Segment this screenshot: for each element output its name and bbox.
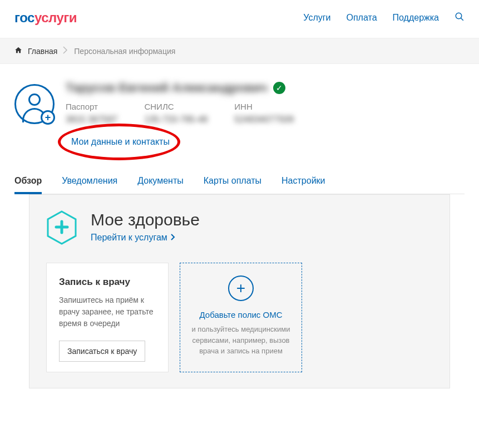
my-data-contacts-link[interactable]: Мои данные и контакты: [68, 135, 173, 149]
passport-value: 3815 367587: [66, 115, 117, 125]
profile-section: + Тарусов Евгений Александрович ✓ Паспор…: [0, 64, 479, 169]
snils-value: 135-733-785-48: [144, 115, 208, 125]
main-nav: Услуги Оплата Поддержка: [303, 12, 465, 24]
add-avatar-icon: +: [41, 110, 55, 125]
health-services-link[interactable]: Перейти к услугам: [91, 233, 175, 243]
user-name: Тарусов Евгений Александрович: [66, 81, 268, 95]
nav-payment[interactable]: Оплата: [346, 13, 377, 23]
avatar[interactable]: +: [14, 84, 55, 164]
snils-block: СНИЛС 135-733-785-48: [144, 102, 208, 125]
search-icon[interactable]: [455, 12, 465, 24]
plus-circle-icon: +: [228, 275, 254, 301]
header: госуслуги Услуги Оплата Поддержка: [0, 0, 479, 38]
tab-notifications[interactable]: Уведомления: [62, 169, 117, 194]
breadcrumb-home[interactable]: Главная: [28, 47, 57, 56]
passport-block: Паспорт 3815 367587: [66, 102, 117, 125]
add-oms-card[interactable]: + Добавьте полис ОМС и пользуйтесь медиц…: [180, 263, 302, 372]
inn-value: 524834077509: [234, 115, 294, 125]
tab-payment-cards[interactable]: Карты оплаты: [204, 169, 261, 194]
verified-icon: ✓: [273, 82, 285, 94]
nav-services[interactable]: Услуги: [303, 13, 330, 23]
inn-label: ИНН: [234, 102, 294, 111]
snils-label: СНИЛС: [144, 102, 208, 111]
svg-line-1: [461, 18, 463, 21]
nav-support[interactable]: Поддержка: [393, 13, 439, 23]
doctor-card-title: Запись к врачу: [59, 277, 156, 288]
health-title: Мое здоровье: [91, 210, 200, 229]
breadcrumb: Главная Персональная информация: [0, 38, 479, 64]
doctor-appointment-card: Запись к врачу Запишитесь на приём к вра…: [46, 263, 169, 372]
inn-block: ИНН 524834077509: [234, 102, 294, 125]
add-oms-text: и пользуйтесь медицинскими сервисами, на…: [190, 324, 292, 357]
chevron-right-icon: [171, 233, 175, 243]
breadcrumb-separator-icon: [63, 45, 68, 57]
doctor-card-text: Запишитесь на приём к врачу заранее, не …: [59, 294, 156, 329]
health-icon: [46, 210, 77, 247]
content-area: Мое здоровье Перейти к услугам Запись к …: [29, 194, 450, 388]
home-icon: [14, 46, 22, 56]
svg-point-0: [456, 13, 462, 19]
tab-documents[interactable]: Документы: [137, 169, 183, 194]
passport-label: Паспорт: [66, 102, 117, 111]
logo[interactable]: госуслуги: [14, 10, 77, 26]
tab-overview[interactable]: Обзор: [14, 169, 42, 194]
add-oms-link[interactable]: Добавьте полис ОМС: [199, 310, 282, 319]
tabs: Обзор Уведомления Документы Карты оплаты…: [14, 169, 465, 194]
tab-settings[interactable]: Настройки: [282, 169, 325, 194]
doctor-appointment-button[interactable]: Записаться к врачу: [59, 341, 145, 362]
breadcrumb-current: Персональная информация: [74, 47, 175, 56]
